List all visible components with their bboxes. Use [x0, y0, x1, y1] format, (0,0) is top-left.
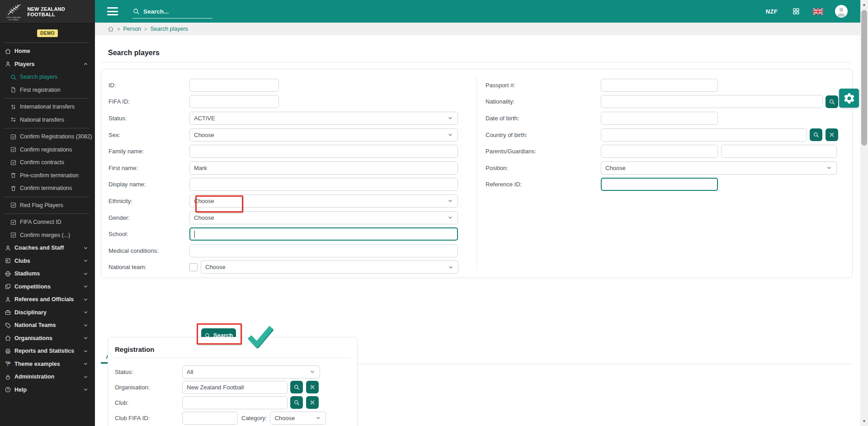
- menu-toggle-button[interactable]: [107, 7, 118, 15]
- sidebar-item-international-transfers[interactable]: International transfers: [0, 100, 95, 114]
- global-search-input[interactable]: Search...: [132, 8, 212, 19]
- sidebar-item-pre-confirm-termination[interactable]: Pre-confirm termination: [0, 169, 95, 182]
- reg-organisation-search-button[interactable]: [290, 381, 303, 393]
- reg-club-clear-button[interactable]: [306, 396, 319, 409]
- parents-guardians-input-1[interactable]: [601, 145, 718, 158]
- sidebar-divider: [4, 98, 90, 99]
- sidebar-item-home[interactable]: Home: [0, 45, 95, 58]
- sidebar-item-confirm-contracts[interactable]: Confirm contracts: [0, 156, 95, 169]
- reference-id-input[interactable]: [601, 178, 718, 191]
- reg-status-value: All: [187, 369, 193, 375]
- country-of-birth-label: Country of birth:: [486, 132, 601, 138]
- reg-status-select[interactable]: All: [182, 365, 320, 379]
- country-of-birth-input[interactable]: [601, 128, 807, 142]
- sidebar-item-first-registration[interactable]: First registration: [0, 84, 95, 97]
- sidebar-item-organisations[interactable]: Organisations: [0, 332, 95, 345]
- medical-conditions-row: Medical conditions:: [101, 242, 476, 259]
- scroll-down-button[interactable]: [860, 417, 868, 425]
- reg-club-search-button[interactable]: [290, 396, 303, 409]
- sidebar-item-label: Players: [14, 61, 34, 67]
- sidebar-item-players[interactable]: Players: [0, 58, 95, 71]
- sidebar-item-national-transfers[interactable]: National transfers: [0, 114, 95, 127]
- breadcrumb-separator: >: [144, 26, 147, 32]
- settings-flyout-button[interactable]: [839, 89, 859, 108]
- first-name-input[interactable]: Mark: [189, 161, 458, 175]
- user-avatar[interactable]: [835, 5, 848, 18]
- sidebar-item-disciplinary[interactable]: Disciplinary: [0, 306, 95, 319]
- sidebar-item-competitions[interactable]: Competitions: [0, 280, 95, 293]
- sidebar-divider: [4, 43, 90, 43]
- national-team-checkbox[interactable]: [189, 263, 198, 271]
- sidebar-item-referees-and-officials[interactable]: Referees and Officials: [0, 293, 95, 306]
- fifa-id-label: FIFA ID:: [101, 98, 189, 105]
- display-name-label: Display name:: [101, 181, 189, 188]
- chevron-down-icon: [447, 132, 453, 138]
- passport-input[interactable]: [601, 79, 718, 92]
- sex-value: Choose: [194, 132, 214, 138]
- chevron-down-icon: [447, 115, 453, 121]
- status-select[interactable]: ACTIVE: [189, 112, 458, 125]
- sidebar-item-reports-and-statistics[interactable]: Reports and Statistics: [0, 345, 95, 358]
- country-of-birth-clear-button[interactable]: [826, 128, 838, 141]
- checksquare-icon: [10, 159, 17, 166]
- scroll-up-button[interactable]: [860, 1, 868, 9]
- updown-icon: [10, 104, 17, 110]
- id-row: ID:: [101, 77, 476, 94]
- sidebar-divider: [4, 197, 90, 197]
- country-of-birth-search-button[interactable]: [810, 128, 822, 141]
- club-icon: [5, 257, 11, 264]
- sidebar-item-coaches-and-staff[interactable]: Coaches and Staff: [0, 241, 95, 255]
- school-input[interactable]: [189, 227, 458, 241]
- sidebar-item-confirm-registrations-3082[interactable]: Confirm Registrations (3082): [0, 130, 95, 143]
- gender-value: Choose: [194, 214, 214, 221]
- sidebar-item-fifa-connect-id[interactable]: FIFA Connect ID: [0, 216, 95, 229]
- chevron-down-icon: [309, 369, 316, 375]
- gender-select[interactable]: Choose: [189, 211, 458, 224]
- date-of-birth-input[interactable]: [601, 112, 718, 125]
- school-row: School:: [101, 226, 476, 242]
- sex-select[interactable]: Choose: [189, 128, 458, 142]
- registration-title: Registration: [108, 337, 357, 353]
- family-name-input[interactable]: [189, 145, 458, 158]
- sidebar-item-administration[interactable]: Administration: [0, 370, 95, 383]
- sidebar-item-theme-examples[interactable]: Theme examples: [0, 358, 95, 371]
- nationality-input[interactable]: [601, 95, 823, 108]
- apps-grid-button[interactable]: [792, 7, 800, 15]
- reg-club-input[interactable]: [182, 396, 288, 409]
- sidebar-item-red-flag-players[interactable]: Red Flag Players: [0, 199, 95, 212]
- sidebar-item-search-players[interactable]: Search players: [0, 71, 95, 84]
- scrollbar-thumb[interactable]: [861, 10, 867, 146]
- breadcrumb-search-players[interactable]: Search players: [150, 26, 188, 32]
- chevron-down-icon: [447, 214, 453, 221]
- chevron-down-icon: [826, 165, 832, 171]
- display-name-input[interactable]: [189, 178, 458, 191]
- sidebar-item-help[interactable]: Help: [0, 383, 95, 397]
- medical-conditions-input[interactable]: [189, 244, 458, 257]
- home-icon[interactable]: [108, 26, 114, 32]
- nationality-search-button[interactable]: [826, 95, 838, 108]
- national-team-select[interactable]: Choose: [201, 260, 458, 274]
- parents-guardians-input-2[interactable]: [721, 145, 837, 158]
- reg-organisation-input[interactable]: New Zealand Football: [182, 381, 288, 394]
- sidebar-item-confirm-terminations[interactable]: Confirm terminations: [0, 182, 95, 195]
- reg-organisation-clear-button[interactable]: [306, 381, 319, 393]
- topbar: Search... NZF: [95, 0, 860, 23]
- position-select[interactable]: Choose: [601, 161, 837, 175]
- search-icon: [813, 132, 819, 138]
- sidebar-item-label: Administration: [14, 374, 54, 380]
- fifa-id-input[interactable]: [189, 95, 279, 108]
- language-flag-button[interactable]: [813, 8, 823, 15]
- sidebar-item-stadiums[interactable]: Stadiums: [0, 267, 95, 280]
- sidebar-item-label: Help: [14, 387, 27, 393]
- sidebar-item-national-teams[interactable]: National Teams: [0, 319, 95, 332]
- trash-icon: [10, 185, 17, 192]
- breadcrumb-person[interactable]: Person: [123, 26, 141, 32]
- sidebar-item-clubs[interactable]: Clubs: [0, 255, 95, 268]
- reg-category-select[interactable]: Choose: [270, 412, 326, 425]
- ethnicity-select[interactable]: Choose: [189, 194, 458, 208]
- sidebar-item-confirm-merges[interactable]: Confirm merges (...): [0, 229, 95, 242]
- reg-club-fifa-id-input[interactable]: [182, 412, 238, 425]
- sidebar-item-confirm-registrations[interactable]: Confirm registrations: [0, 143, 95, 156]
- org-code-menu[interactable]: NZF: [766, 8, 778, 15]
- id-input[interactable]: [189, 79, 279, 92]
